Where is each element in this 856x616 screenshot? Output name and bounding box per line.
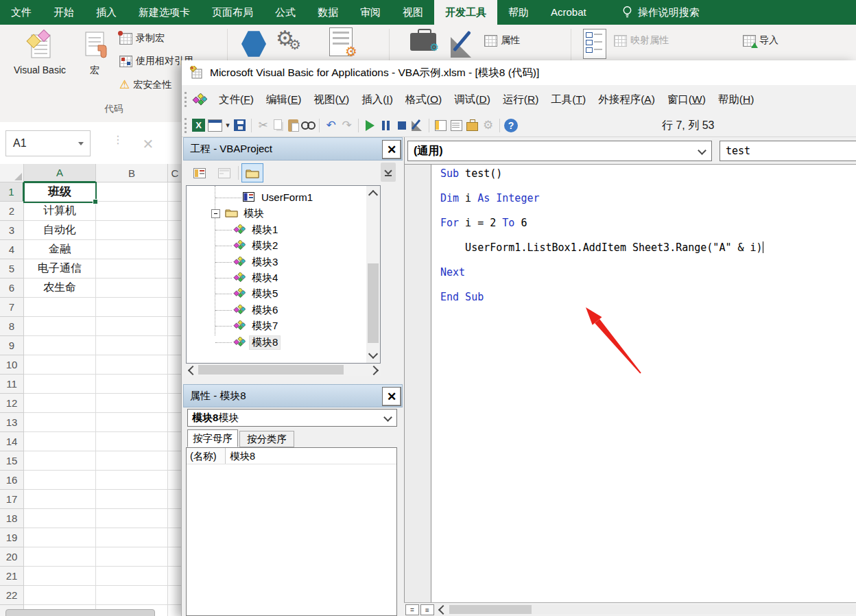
ribbon-tab-审阅[interactable]: 审阅 — [349, 0, 392, 25]
stop-icon[interactable] — [394, 117, 409, 133]
row-header-18[interactable]: 18 — [0, 509, 24, 528]
procedure-view-icon[interactable]: = — [405, 604, 419, 615]
row-header-17[interactable]: 17 — [0, 490, 24, 509]
tree-item-模块2[interactable]: 模块2 — [187, 238, 365, 253]
cell-C23[interactable] — [168, 605, 182, 616]
cell-C9[interactable] — [168, 336, 182, 355]
row-header-3[interactable]: 3 — [0, 221, 24, 240]
ribbon-tab-帮助[interactable]: 帮助 — [497, 0, 540, 25]
addins-icon[interactable] — [241, 30, 266, 58]
code-hscrollbar-track[interactable] — [532, 605, 856, 614]
select-all-corner[interactable] — [0, 164, 24, 182]
column-header-C[interactable]: C — [168, 164, 182, 182]
ribbon-tab-开发工具[interactable]: 开发工具 — [434, 0, 497, 25]
row-header-21[interactable]: 21 — [0, 567, 24, 586]
ribbon-tab-视图[interactable]: 视图 — [392, 0, 434, 25]
cell-A3[interactable]: 自动化 — [24, 221, 96, 240]
toolbar-grip[interactable] — [185, 118, 187, 133]
map-properties-button[interactable]: 映射属性 — [614, 34, 669, 47]
cancel-icon[interactable]: ✕ — [132, 132, 165, 156]
cell-C15[interactable] — [168, 451, 182, 471]
cell-B13[interactable] — [96, 413, 168, 432]
cell-C3[interactable] — [168, 221, 182, 240]
sheet-scrollbar-stub[interactable] — [5, 609, 155, 616]
cell-A22[interactable] — [24, 586, 96, 605]
cell-B15[interactable] — [96, 451, 168, 471]
column-header-A[interactable]: A — [24, 164, 96, 182]
tree-item-UserForm1[interactable]: UserForm1 — [187, 190, 365, 205]
cell-A14[interactable] — [24, 432, 96, 451]
cell-B12[interactable] — [96, 394, 168, 413]
design-mode-icon[interactable] — [409, 117, 425, 133]
formula-bar-grip[interactable]: ⋮ — [112, 133, 123, 146]
row-header-20[interactable]: 20 — [0, 547, 24, 567]
menu-文件[interactable]: 文件(F) — [213, 89, 260, 110]
properties-window-icon[interactable] — [449, 117, 464, 133]
row-header-7[interactable]: 7 — [0, 298, 24, 317]
row-header-8[interactable]: 8 — [0, 317, 24, 336]
macro-security-button[interactable]: ⚠ 宏安全性 — [119, 78, 171, 92]
cell-C2[interactable] — [168, 202, 182, 221]
cell-C21[interactable] — [168, 567, 182, 586]
menu-视图[interactable]: 视图(V) — [308, 89, 356, 110]
cell-A18[interactable] — [24, 509, 96, 528]
cell-B5[interactable] — [96, 259, 168, 279]
menubar-grip[interactable] — [185, 92, 187, 107]
code-margin[interactable] — [405, 165, 431, 602]
paste-icon[interactable] — [288, 119, 298, 132]
cell-A12[interactable] — [24, 394, 96, 413]
menu-运行[interactable]: 运行(R) — [497, 89, 545, 110]
property-row[interactable]: (名称)模块8 — [187, 448, 396, 464]
cell-A16[interactable] — [24, 471, 96, 490]
cell-A13[interactable] — [24, 413, 96, 432]
cell-A4[interactable]: 金融 — [24, 240, 96, 259]
cell-C10[interactable] — [168, 355, 182, 375]
cell-B1[interactable] — [96, 182, 168, 202]
properties-object-combobox[interactable]: 模块8 模块 — [187, 409, 397, 427]
menu-格式[interactable]: 格式(O) — [399, 89, 448, 110]
ribbon-tab-开始[interactable]: 开始 — [43, 0, 85, 25]
vba-title-bar[interactable]: Microsoft Visual Basic for Applications … — [182, 60, 856, 85]
cell-A11[interactable] — [24, 375, 96, 394]
ribbon-tab-Acrobat[interactable]: Acrobat — [540, 0, 597, 25]
row-header-10[interactable]: 10 — [0, 355, 24, 375]
cell-B18[interactable] — [96, 509, 168, 528]
cell-B6[interactable] — [96, 279, 168, 298]
row-header-19[interactable]: 19 — [0, 528, 24, 547]
run-icon[interactable] — [362, 117, 378, 133]
dropdown-caret-icon[interactable]: ▾ — [224, 117, 232, 133]
code-line[interactable]: Sub test() — [440, 167, 502, 180]
cell-C19[interactable] — [168, 528, 182, 547]
ribbon-tab-新建选项卡[interactable]: 新建选项卡 — [128, 0, 201, 25]
procedure-combobox[interactable]: test — [720, 141, 856, 161]
menu-插入[interactable]: 插入(I) — [355, 89, 399, 110]
row-header-1[interactable]: 1 — [0, 182, 24, 202]
cell-B21[interactable] — [96, 567, 168, 586]
cell-C20[interactable] — [168, 547, 182, 567]
cell-C14[interactable] — [168, 432, 182, 451]
row-header-13[interactable]: 13 — [0, 413, 24, 432]
tree-item-模块6[interactable]: 模块6 — [187, 303, 365, 318]
tab-categorized[interactable]: 按分类序 — [239, 431, 294, 447]
cell-A9[interactable] — [24, 336, 96, 355]
cell-B9[interactable] — [96, 336, 168, 355]
xml-source-icon[interactable] — [583, 29, 606, 59]
tree-item-模块3[interactable]: 模块3 — [187, 254, 365, 270]
cell-C16[interactable] — [168, 471, 182, 490]
ribbon-tab-插入[interactable]: 插入 — [85, 0, 128, 25]
row-header-9[interactable]: 9 — [0, 336, 24, 355]
tree-item-label[interactable]: 模块3 — [250, 256, 280, 269]
cell-B7[interactable] — [96, 298, 168, 317]
cell-B10[interactable] — [96, 355, 168, 375]
menu-编辑[interactable]: 编辑(E) — [260, 89, 308, 110]
view-code-icon[interactable] — [189, 163, 211, 182]
tree-item-label[interactable]: 模块8 — [250, 336, 280, 349]
code-line[interactable]: UserForm1.ListBox1.AddItem Sheet3.Range(… — [440, 241, 763, 254]
cell-C13[interactable] — [168, 413, 182, 432]
row-header-2[interactable]: 2 — [0, 202, 24, 221]
tree-item-label[interactable]: 模块7 — [250, 320, 280, 333]
fill-handle[interactable] — [93, 199, 98, 204]
cell-B11[interactable] — [96, 375, 168, 394]
ribbon-tab-公式[interactable]: 公式 — [264, 0, 307, 25]
scroll-top-button[interactable] — [381, 163, 396, 182]
